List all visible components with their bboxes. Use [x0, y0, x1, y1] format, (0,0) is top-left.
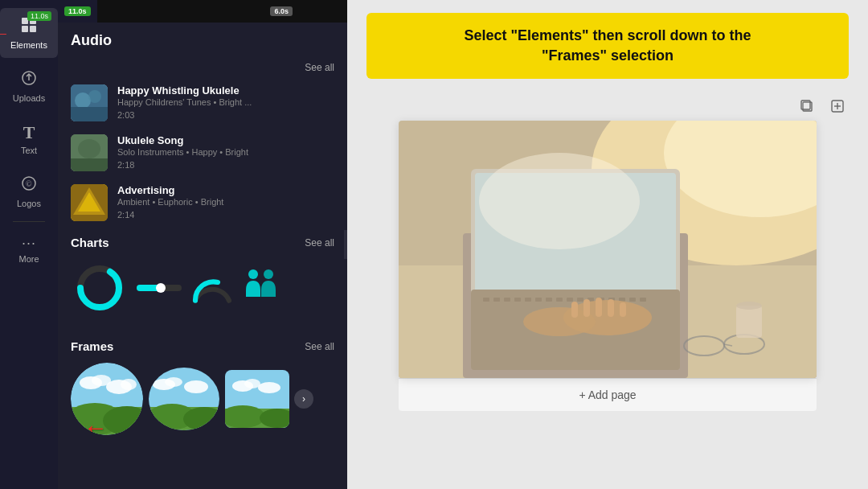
frames-title: Frames	[71, 339, 113, 353]
sidebar-item-text-label: Text	[21, 146, 37, 155]
audio-item-2[interactable]: Ukulele Song Solo Instruments • Happy • …	[58, 128, 347, 178]
svg-point-60	[479, 153, 640, 249]
svg-rect-83	[608, 299, 614, 317]
svg-point-37	[165, 377, 182, 387]
text-icon: T	[23, 122, 35, 143]
audio-thumb-3	[71, 184, 108, 221]
panel-collapse-button[interactable]: ‹	[344, 230, 347, 259]
svg-rect-66	[525, 298, 531, 302]
svg-text:©: ©	[26, 179, 32, 188]
chart-people[interactable]	[243, 259, 280, 317]
audio-thumb-2	[71, 134, 108, 171]
sidebar-item-more[interactable]: ··· More	[0, 227, 58, 272]
sidebar-item-elements[interactable]: ← Elements 11.0s	[0, 8, 58, 58]
canvas-frame	[399, 121, 817, 378]
timeline-segment-1: 11.0s	[58, 0, 97, 23]
audio-section-header: See all	[58, 54, 347, 78]
charts-see-all[interactable]: See all	[305, 237, 334, 249]
chart-donut[interactable]	[71, 259, 129, 317]
uploads-icon	[20, 69, 38, 91]
elements-badge: 11.0s	[27, 11, 51, 21]
red-arrow-icon: ←	[0, 24, 10, 43]
svg-point-30	[121, 379, 137, 390]
instruction-text: Select "Elements" then scroll down to th…	[383, 26, 833, 66]
frames-section: Frames See all	[58, 331, 347, 440]
frame-item-3[interactable]	[225, 370, 289, 428]
frame-item-2[interactable]	[148, 367, 220, 431]
svg-rect-68	[546, 298, 552, 302]
logos-icon: ©	[20, 175, 38, 196]
audio-name-1: Happy Whistling Ukulele	[117, 84, 334, 97]
audio-info-3: Advertising Ambient • Euphoric • Bright …	[117, 184, 334, 221]
audio-list: Happy Whistling Ukulele Happy Childrens'…	[58, 78, 347, 228]
audio-meta-3: Ambient • Euphoric • Bright 2:14	[117, 196, 334, 221]
instruction-box: Select "Elements" then scroll down to th…	[366, 13, 849, 79]
audio-see-all[interactable]: See all	[305, 62, 334, 73]
canvas-toolbar	[431, 92, 849, 121]
audio-section-title: Audio	[71, 32, 112, 48]
add-page-button[interactable]: + Add page	[399, 378, 817, 411]
frames-red-arrow: ←	[84, 414, 108, 440]
svg-point-45	[258, 382, 280, 393]
sidebar-item-uploads[interactable]: Uploads	[0, 61, 58, 111]
svg-rect-81	[583, 299, 590, 317]
svg-rect-88	[736, 306, 762, 338]
svg-rect-3	[30, 26, 36, 32]
copy-button[interactable]	[796, 95, 818, 117]
svg-point-21	[156, 283, 166, 293]
audio-info-2: Ukulele Song Solo Instruments • Happy • …	[117, 134, 334, 171]
chart-progress[interactable]	[137, 259, 182, 317]
svg-rect-77	[640, 298, 646, 302]
add-button[interactable]	[826, 95, 849, 117]
sidebar-item-logos-label: Logos	[17, 199, 41, 208]
canvas-area: + Add page	[347, 85, 868, 489]
audio-meta-1: Happy Childrens' Tunes • Bright ... 2:03	[117, 97, 334, 121]
svg-rect-82	[596, 298, 602, 317]
svg-rect-10	[71, 107, 108, 121]
audio-info-1: Happy Whistling Ukulele Happy Childrens'…	[117, 84, 334, 121]
svg-point-89	[736, 302, 762, 310]
svg-rect-62	[483, 298, 489, 302]
laptop-photo	[399, 121, 817, 378]
svg-rect-71	[577, 298, 583, 302]
svg-rect-63	[493, 298, 500, 302]
sidebar-item-text[interactable]: T Text	[0, 114, 58, 163]
svg-rect-65	[514, 298, 521, 302]
timeline-segment-2: 6.0s	[264, 0, 299, 23]
sidebar-item-uploads-label: Uploads	[13, 93, 45, 103]
chart-arc[interactable]	[190, 259, 235, 317]
svg-point-8	[75, 92, 91, 109]
svg-rect-64	[504, 298, 510, 302]
svg-rect-2	[22, 26, 28, 32]
svg-rect-49	[801, 101, 810, 109]
main-content: Select "Elements" then scroll down to th…	[347, 0, 868, 489]
audio-item-1[interactable]: Happy Whistling Ukulele Happy Childrens'…	[58, 78, 347, 128]
panel-title: Audio	[58, 23, 347, 54]
audio-item-3[interactable]: Advertising Ambient • Euphoric • Bright …	[58, 178, 347, 228]
frames-section-header: Frames See all	[58, 331, 347, 358]
charts-row	[58, 254, 347, 322]
charts-section: Charts See all	[58, 228, 347, 328]
sidebar-item-logos[interactable]: © Logos	[0, 166, 58, 216]
sidebar-nav: ← Elements 11.0s Uploads T Text	[0, 0, 58, 489]
svg-rect-76	[629, 298, 636, 302]
charts-section-header: Charts See all	[58, 228, 347, 254]
add-page-label: + Add page	[579, 388, 636, 401]
sidebar-item-elements-label: Elements	[10, 40, 47, 50]
timeline-badge-1: 11.0s	[64, 6, 91, 16]
audio-thumb-1	[71, 84, 108, 121]
svg-point-23	[264, 269, 273, 279]
more-icon: ···	[22, 235, 36, 252]
svg-rect-69	[556, 298, 563, 302]
svg-rect-13	[71, 158, 108, 171]
audio-name-2: Ukulele Song	[117, 134, 334, 146]
svg-point-22	[248, 269, 258, 279]
frames-see-all[interactable]: See all	[305, 341, 334, 352]
frames-next-button[interactable]: ›	[294, 389, 313, 409]
timeline-bar: 11.0s 6.0s	[58, 0, 347, 23]
svg-rect-84	[620, 302, 626, 317]
charts-title: Charts	[71, 236, 109, 249]
audio-name-3: Advertising	[117, 184, 334, 196]
svg-rect-80	[571, 302, 578, 318]
frame-item-1[interactable]: ←	[71, 363, 143, 435]
